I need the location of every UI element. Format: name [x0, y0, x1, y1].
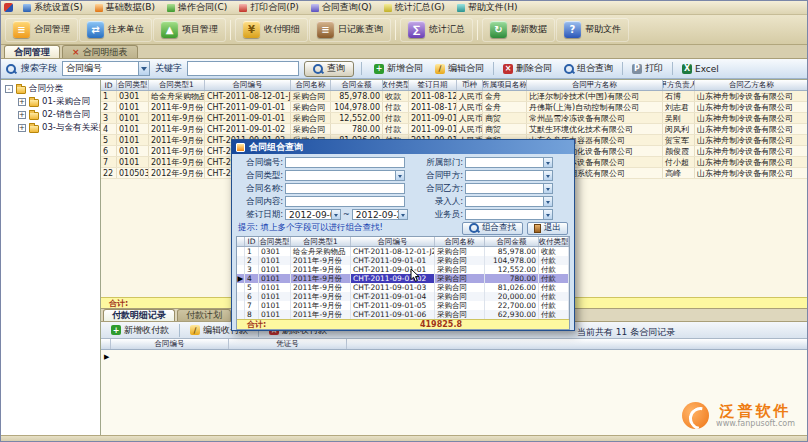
menu-item-label: 系统设置(S): [34, 1, 83, 14]
tree-collapse-icon[interactable]: -: [5, 85, 13, 93]
table-row[interactable]: 201012011年-9月份CHT-2011-09-01-01采购合同104,9…: [101, 102, 808, 113]
tree-item-0[interactable]: +01-采购合同: [1, 95, 100, 108]
column-header[interactable]: 所属项目名称: [483, 80, 527, 90]
salesman-select[interactable]: [465, 209, 553, 220]
column-header[interactable]: 币种: [457, 80, 483, 90]
menu-item-6[interactable]: 帮助文件(H): [451, 1, 524, 14]
tree-expand-icon[interactable]: +: [18, 111, 26, 119]
field-label: 合同乙方:: [411, 183, 463, 195]
contract-no-input[interactable]: [285, 157, 405, 168]
column-header[interactable]: 签订日期: [409, 80, 457, 90]
excel-button[interactable]: XExcel: [677, 63, 724, 75]
column-header[interactable]: ID: [101, 80, 117, 90]
menu-item-4[interactable]: 合同查询(Q): [305, 1, 378, 14]
tab-payment-details[interactable]: 付款明细记录: [103, 309, 175, 321]
table-row[interactable]: 701012011年-9月份CHT-2011-09-01-05采购合同22,70…: [237, 301, 569, 310]
cell: 12,552.00: [331, 113, 383, 123]
toolbar-button-6[interactable]: ↻刷新数据: [482, 18, 555, 42]
column-header[interactable]: 合同名称: [435, 237, 485, 246]
column-header[interactable]: 合同名称: [291, 80, 331, 90]
column-header[interactable]: 合同金额: [485, 237, 539, 246]
dropdown-arrow-icon[interactable]: [138, 62, 149, 75]
toolbar-button-2[interactable]: ▲项目管理: [153, 18, 226, 42]
row-marker-icon: ▶: [104, 353, 109, 361]
column-header[interactable]: 合同类型1: [149, 80, 205, 90]
table-row[interactable]: 10301给金舟采购物品CHT-2011-08-12-01-JZ采购合同85,9…: [237, 247, 569, 256]
add-payment-button[interactable]: +新增收付款: [106, 323, 174, 338]
table-row[interactable]: 601012011年-9月份CHT-2011-09-01-04采购合同20,00…: [237, 292, 569, 301]
column-header[interactable]: 收付类型: [539, 237, 569, 246]
query-button[interactable]: 查询: [304, 61, 354, 77]
menu-item-3[interactable]: 打印合同(P): [233, 1, 304, 14]
table-row[interactable]: 301012011年-9月份CHT-2011-09-01-01采购合同12,55…: [101, 113, 808, 124]
cell: 付款: [539, 292, 569, 301]
tab-contract-management[interactable]: 合同管理: [4, 45, 60, 58]
table-row[interactable]: 501012011年-9月份CHT-2011-09-01-03采购合同81,02…: [237, 283, 569, 292]
field-area: [283, 170, 411, 181]
dialog-title-bar[interactable]: 合同组合查询: [232, 140, 574, 154]
table-row[interactable]: 201012011年-9月份CHT-2011-09-01-01采购合同104,9…: [237, 256, 569, 265]
toolbar-button-0[interactable]: ≡合同管理: [5, 18, 78, 42]
menu-item-icon: [311, 4, 319, 12]
toolbar-button-3[interactable]: ¥收付明细: [235, 18, 308, 42]
toolbar-button-7[interactable]: ?帮助文件: [556, 18, 629, 42]
column-header[interactable]: 合同金额: [331, 80, 383, 90]
column-header[interactable]: 合同甲方名称: [527, 80, 663, 90]
column-header[interactable]: 合同类型1: [291, 237, 351, 246]
toolbar-button-1[interactable]: ⇄往来单位: [79, 18, 152, 42]
tree-root[interactable]: -合同分类: [1, 82, 100, 95]
table-row[interactable]: 801012011年-9月份CHT-2011-09-01-06采购合同62,93…: [237, 310, 569, 319]
cell: 山东神舟制冷设备有限公司: [695, 91, 808, 101]
column-header[interactable]: 合同编号: [351, 237, 435, 246]
edit-contract-button[interactable]: ∕编辑合同: [430, 61, 489, 76]
table-row[interactable]: 301012011年-9月份CHT-2011-09-01-01采购合同12,55…: [237, 265, 569, 274]
tree-item-2[interactable]: +03-与金有关采购: [1, 121, 100, 134]
table-row[interactable]: ▶401012011年-9月份CHT-2011-09-01-02采购合同780.…: [237, 274, 569, 283]
column-header[interactable]: 合同类型: [259, 237, 291, 246]
contract-type-select[interactable]: [285, 170, 405, 181]
table-row[interactable]: 401012011年-9月份CHT-2011-09-01-02采购合同780.0…: [101, 124, 808, 135]
contract-content-input[interactable]: [285, 196, 405, 207]
column-header[interactable]: 合同编号: [205, 80, 291, 90]
column-header[interactable]: 合同类型: [117, 80, 149, 90]
cell: 0101: [259, 256, 291, 265]
tab-payment-plan[interactable]: 付款计划: [177, 309, 231, 321]
menu-item-2[interactable]: 操作合同(C): [161, 1, 233, 14]
search-field-select[interactable]: 合同编号: [62, 61, 150, 76]
column-header[interactable]: 合同编号: [111, 339, 229, 349]
combo-query-button[interactable]: 组合查询: [559, 61, 618, 76]
exit-button[interactable]: 退出: [527, 222, 568, 235]
combo-search-button[interactable]: 组合查找: [462, 222, 523, 235]
toolbar-icon-4: ≡: [317, 21, 334, 38]
toolbar-button-4[interactable]: ≡日记账查询: [309, 18, 391, 42]
creator-select[interactable]: [465, 196, 553, 207]
row-marker: ▶: [237, 274, 245, 283]
menu-item-5[interactable]: 统计汇总(G): [378, 1, 451, 14]
date-from-select[interactable]: 2012-09-01: [285, 209, 341, 220]
dept-select[interactable]: [465, 157, 553, 168]
add-contract-button[interactable]: +新增合同: [369, 61, 428, 76]
column-header[interactable]: 甲方负责人: [663, 80, 695, 90]
date-to-select[interactable]: 2012-09-26: [352, 209, 408, 220]
column-header[interactable]: ID: [245, 237, 259, 246]
tree-expand-icon[interactable]: +: [18, 124, 26, 132]
column-header[interactable]: 收付类型: [383, 80, 409, 90]
column-header[interactable]: 凭证号: [229, 339, 347, 349]
menu-item-1[interactable]: 基础数据(B): [89, 1, 161, 14]
delete-contract-button[interactable]: ×删除合同: [498, 61, 557, 76]
table-header: ID合同类型合同类型1合同编号合同名称合同金额收付类型: [237, 237, 569, 247]
tab-close-icon[interactable]: ×: [72, 47, 80, 57]
toolbar-button-5[interactable]: ∑统计汇总: [400, 18, 473, 42]
contract-name-input[interactable]: [285, 183, 405, 194]
column-header[interactable]: 合同乙方名称: [695, 80, 808, 90]
party-a-select[interactable]: [465, 170, 553, 181]
tree-expand-icon[interactable]: +: [18, 98, 26, 106]
menu-item-0[interactable]: 系统设置(S): [17, 1, 89, 14]
keyword-input[interactable]: [187, 61, 299, 76]
tab-contract-details[interactable]: ×合同明细表: [62, 45, 138, 58]
table-row[interactable]: 10301给金舟采购物品CHT-2011-08-12-01-JZ采购合同85,9…: [101, 91, 808, 102]
print-button[interactable]: P打印: [627, 61, 668, 76]
party-b-select[interactable]: [465, 183, 553, 194]
toolbar-button-label: 收付明细: [264, 23, 300, 36]
tree-item-1[interactable]: +02-销售合同: [1, 108, 100, 121]
